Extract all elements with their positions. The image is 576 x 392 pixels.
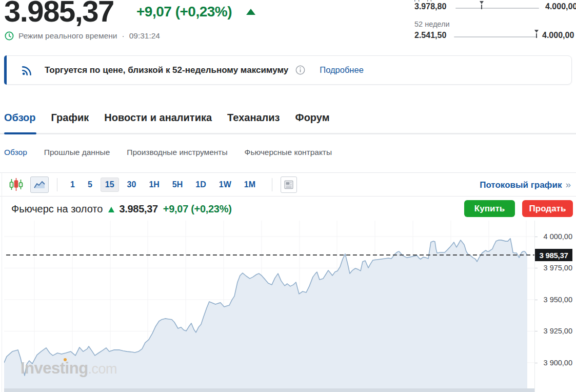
timeframe-1h[interactable]: 1H [144,178,164,192]
news-panel-icon[interactable] [281,177,297,193]
timeframe-1m[interactable]: 1M [240,178,260,192]
tabs-divider [0,133,576,134]
tab-technical[interactable]: Теханализ [227,112,280,124]
active-tab-underline [4,132,36,134]
toolbar-divider [57,178,57,191]
price-alert-banner: Торгуется по цене, близкой к 52-недельно… [4,55,572,85]
day-range-slider [455,8,539,9]
day-range-marker [480,1,484,9]
subtab-derivatives[interactable]: Производные инструменты [127,148,227,157]
price-y-axis: 3 985,37 4 000,003 975,003 950,003 925,0… [534,221,576,392]
toolbar-divider [272,178,272,191]
instrument-overview-page: 3.985,37 +9,07 (+0,23%) Режим реального … [0,0,576,392]
tab-overview[interactable]: Обзор [4,112,36,124]
y-axis-label: 4 000,00 [544,232,572,241]
week52-range-label: 52 недели [414,20,450,28]
chart-toolbar: 1 5 15 30 1H 5H 1D 1W 1M Потоковый графи… [0,172,576,197]
tab-news-analytics[interactable]: Новости и аналитика [104,112,212,124]
timeframe-15[interactable]: 15 [101,178,119,192]
tab-chart[interactable]: График [51,112,89,124]
timeframe-1w[interactable]: 1W [214,178,236,192]
buy-button[interactable]: Купить [464,200,515,217]
chart-instrument-title: Фьючерс на золото [11,203,103,215]
subtab-historical-data[interactable]: Прошлые данные [44,148,110,157]
up-arrow-icon [108,207,114,212]
price-change: +9,07 (+0,23%) [136,4,232,20]
y-axis-label: 3 900,00 [544,359,572,367]
sub-tabs: Обзор Прошлые данные Производные инструм… [4,148,332,157]
candlestick-chart-icon[interactable] [9,178,23,191]
chart-header: Фьючерс на золото 3.985,37 +9,07 (+0,23%… [0,199,576,219]
week52-range-slider [454,36,538,37]
broadcast-icon [21,64,33,76]
timeframe-1d[interactable]: 1D [191,178,210,192]
sell-button[interactable]: Продать [522,200,573,217]
clock-icon [5,31,14,41]
timeframe-1[interactable]: 1 [66,178,80,192]
y-axis-label: 3 950,00 [544,296,572,304]
tab-forum[interactable]: Форум [295,112,330,124]
chart-price: 3.985,37 [119,203,157,215]
banner-text: Торгуется по цене, близкой к 52-недельно… [45,65,288,75]
realtime-time: 09:31:24 [129,31,160,41]
area-chart-icon[interactable] [30,177,49,193]
chevron-right-icon: » [565,179,571,190]
timeframe-5h[interactable]: 5H [168,178,187,192]
current-price: 3.985,37 [4,0,114,28]
banner-accent-bar [4,55,7,85]
subtab-overview[interactable]: Обзор [4,148,27,157]
y-axis-tick [535,237,538,237]
watermark-orange-dot [64,358,67,361]
day-range-low: 3.978,80 [414,2,446,11]
separator-dot: · [122,31,124,41]
week52-range-high: 4.000,00 [542,31,574,40]
chart-container-border [2,172,2,392]
timeframe-30[interactable]: 30 [123,178,141,192]
week52-range-low: 2.541,50 [414,31,446,40]
y-axis-tick [535,363,538,363]
week52-range-marker [534,30,539,38]
y-axis-tick [535,300,538,300]
current-price-axis-badge: 3 985,37 [535,249,572,261]
day-range-high: 4.000,00 [545,2,576,11]
y-axis-label: 3 925,00 [544,327,572,335]
subtab-futures-contracts[interactable]: Фьючерсные контракты [245,148,332,157]
main-tabs: Обзор График Новости и аналитика Теханал… [4,112,329,124]
chart-price-change: +9,07 (+0,23%) [163,203,232,215]
y-axis-label: 3 975,00 [544,264,572,272]
realtime-label: Режим реального времени [18,31,117,41]
chart-bottom-scrollbar[interactable] [4,388,534,392]
investing-watermark: Investing.com [21,359,117,378]
info-icon[interactable] [295,65,305,75]
streaming-chart-link[interactable]: Потоковый график» [480,179,571,190]
day-range-label: Дн. диапазон [414,0,476,2]
banner-details-link[interactable]: Подробнее [320,65,364,75]
timeframe-5[interactable]: 5 [83,178,97,192]
realtime-status: Режим реального времени · 09:31:24 [5,31,160,41]
y-axis-tick [535,268,538,268]
y-axis-tick [535,331,538,331]
price-up-arrow-icon [246,9,255,15]
